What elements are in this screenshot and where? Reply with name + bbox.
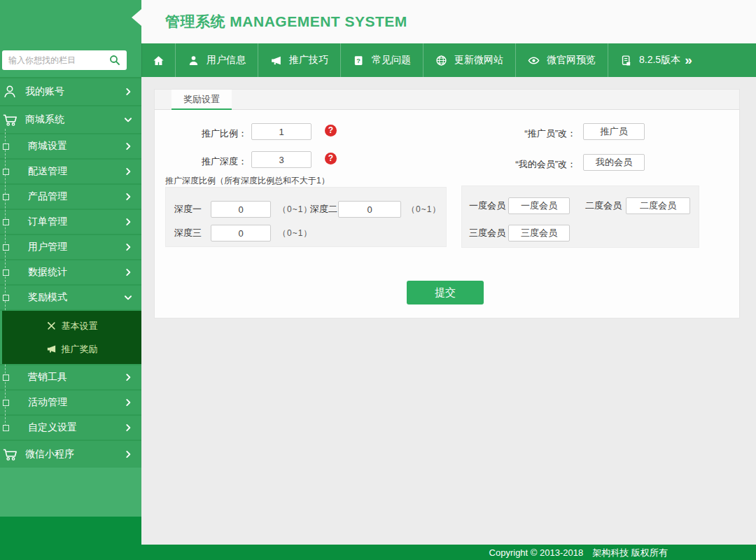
sidebar-item-basic-settings[interactable]: 基本设置 [2,314,141,337]
member2-input[interactable] [626,197,690,214]
top-header: 管理系统 MANAGEMENT SYSTEM [0,0,756,43]
nav-label: 用户信息 [206,54,246,66]
sidebar-item-wechat-miniprogram[interactable]: 微信小程序 [0,441,141,468]
member2-label: 二度会员 [585,197,622,214]
promo-depth-input[interactable] [251,151,312,168]
nav-item-home[interactable] [142,43,175,77]
depth2-hint: （0~1） [407,201,441,218]
main-content: 奖励设置 推广比例： ? “推广员”改： 推广深度： ? “我的会员”改： [141,77,756,545]
sidebar-item-label: 产品管理 [28,190,123,203]
globe-icon [435,55,447,66]
main-nav: 用户信息 推广技巧 ? 常见问题 [141,43,756,77]
tab-reward-settings[interactable]: 奖励设置 [172,90,232,110]
sidebar-item-label: 商城系统 [25,113,123,126]
sidebar-item-label: 用户管理 [28,241,123,253]
sidebar-item-users[interactable]: 用户管理 [0,235,141,259]
nav-item-version[interactable]: 8.2.5版本 » [608,43,703,77]
promo-depth-label: 推广深度： [155,153,247,170]
nav-item-site-preview[interactable]: 微官网预览 [515,43,608,77]
member-names-box: 一度会员 二度会员 三度会员 [461,186,699,248]
app-root: 管理系统 MANAGEMENT SYSTEM [0,0,756,560]
sidebar-item-promo-reward[interactable]: 推广奖励 [2,337,141,360]
sidebar-item-label: 基本设置 [62,320,98,332]
depth1-input[interactable] [211,201,271,218]
version-arrow-icon: » [685,52,691,68]
sidebar-item-marketing-tools[interactable]: 营销工具 [0,365,141,389]
nav-label: 8.2.5版本 [639,54,680,66]
page-header: 管理系统 MANAGEMENT SYSTEM [141,0,756,43]
copyright-text: Copyright © 2013-2018 架构科技 版权所有 [489,547,668,559]
header-notch [132,9,141,26]
submit-button[interactable]: 提交 [407,281,484,304]
footer: Copyright © 2013-2018 架构科技 版权所有 [0,545,756,560]
nav-item-update-site[interactable]: 更新微网站 [423,43,515,77]
cart-icon [2,447,18,462]
chevron-down-icon [123,115,133,125]
reward-mode-submenu: 基本设置 推广奖励 [0,311,141,364]
tab-bar: 奖励设置 [154,89,740,110]
sidebar-item-my-account[interactable]: 我的账号 [0,78,141,105]
nav-item-faq[interactable]: ? 常见问题 [340,43,423,77]
tools-icon [46,321,57,331]
member1-input[interactable] [508,197,570,214]
body-row: 我的账号 商城系统 [0,77,756,545]
sidebar-item-delivery[interactable]: 配送管理 [0,160,141,183]
depth2-input[interactable] [338,201,401,218]
sidebar-item-custom-settings[interactable]: 自定义设置 [0,416,141,440]
search-input[interactable] [8,55,108,65]
promoter-rename-label: “推广员”改： [436,125,576,142]
chevron-right-icon [123,267,133,277]
promoter-rename-input[interactable] [583,123,645,140]
nav-label: 常见问题 [372,54,411,66]
depth2-label: 深度二 [310,201,337,218]
chevron-down-icon [123,293,133,302]
sidebar-item-label: 推广奖励 [62,343,98,356]
nav-item-user-info[interactable]: 用户信息 [175,43,258,77]
sidebar-item-label: 奖励模式 [28,291,123,304]
depth1-label: 深度一 [174,201,202,218]
depth-ratio-caption: 推广深度比例（所有深度比例总和不大于1） [165,175,330,187]
chevron-right-icon [123,87,133,97]
chevron-right-icon [123,192,133,202]
member-rename-input[interactable] [583,154,645,171]
search-box[interactable] [2,50,127,70]
member-rename-label: “我的会员”改： [436,156,576,173]
search-icon[interactable] [108,54,121,66]
sidebar-item-label: 配送管理 [28,165,123,178]
nav-item-promo-tips[interactable]: 推广技巧 [258,43,340,77]
nav-label: 推广技巧 [289,54,328,66]
member3-input[interactable] [508,225,570,241]
sidebar-item-label: 商城设置 [28,140,123,153]
svg-text:?: ? [356,57,360,64]
sidebar-item-reward-mode[interactable]: 奖励模式 [0,286,141,309]
megaphone-icon [46,344,57,354]
chevron-right-icon [123,449,133,459]
sidebar-item-shop-settings[interactable]: 商城设置 [0,134,141,158]
sidebar-menu: 我的账号 商城系统 [0,77,141,468]
chevron-right-icon [123,141,133,151]
panel-body: 推广比例： ? “推广员”改： 推广深度： ? “我的会员”改： 推广深度比例（… [154,110,740,318]
chevron-right-icon [123,242,133,252]
sidebar-item-statistics[interactable]: 数据统计 [0,260,141,284]
megaphone-icon [270,55,282,66]
sidebar-search-area [0,43,141,77]
chevron-right-icon [123,398,133,407]
app-title: 管理系统 MANAGEMENT SYSTEM [141,12,407,31]
reward-settings-panel: 奖励设置 推广比例： ? “推广员”改： 推广深度： ? “我的会员”改： [154,89,740,318]
promo-depth-help-icon[interactable]: ? [325,153,337,164]
user-icon [188,55,200,66]
promo-ratio-help-icon[interactable]: ? [325,125,337,136]
sidebar-item-products[interactable]: 产品管理 [0,185,141,209]
depth3-hint: （0~1） [278,225,312,241]
sidebar-item-shop-system[interactable]: 商城系统 [0,106,141,133]
sidebar-item-label: 订单管理 [28,216,123,228]
chevron-right-icon [123,167,133,176]
sidebar-item-orders[interactable]: 订单管理 [0,210,141,234]
promo-ratio-input[interactable] [251,123,312,140]
sidebar: 我的账号 商城系统 [0,77,141,545]
depth3-input[interactable] [211,225,271,241]
sidebar-item-activities[interactable]: 活动管理 [0,391,141,414]
sidebar-item-label: 微信小程序 [25,448,123,461]
promo-ratio-label: 推广比例： [155,125,247,142]
nav-label: 更新微网站 [454,54,503,66]
